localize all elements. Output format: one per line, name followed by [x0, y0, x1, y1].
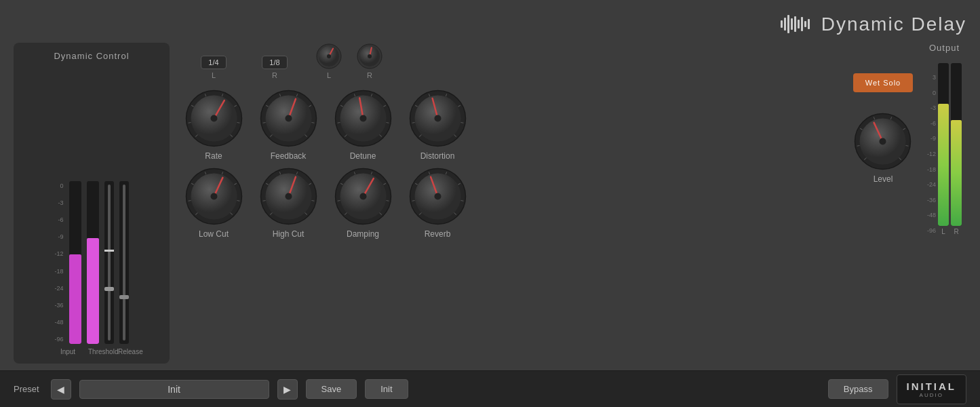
detune-knob[interactable]	[334, 90, 392, 147]
svg-line-103	[412, 200, 414, 201]
rate-knob-label: Rate	[205, 151, 222, 161]
svg-point-28	[210, 115, 217, 122]
bottom-bar: Preset ◀ ▶ Save Init Bypass INITIAL AUDI…	[0, 370, 980, 407]
mini-knobs-area: L	[315, 43, 383, 79]
feedback-knob-label: Feedback	[271, 151, 307, 161]
svg-point-16	[368, 54, 372, 58]
svg-rect-2	[787, 15, 789, 33]
timing-right-button[interactable]: 1/8	[262, 56, 287, 69]
timing-left-button[interactable]: 1/4	[201, 56, 226, 69]
reverb-knob-label: Reverb	[425, 229, 451, 239]
threshold-handle	[104, 287, 114, 291]
next-preset-button[interactable]: ▶	[277, 379, 298, 400]
mini-knob-left[interactable]	[315, 43, 342, 70]
svg-line-84	[311, 200, 314, 201]
damping-knob-label: Damping	[347, 229, 379, 239]
svg-point-64	[434, 115, 441, 122]
brand-logo: INITIAL AUDIO	[897, 374, 967, 404]
output-content: Wet Solo	[849, 63, 962, 235]
svg-line-43	[337, 122, 340, 123]
plugin-area: Dynamic Delay Dynamic Control 0 -3 -6 -9…	[0, 0, 980, 370]
timing-right-label: R	[272, 71, 277, 79]
output-meters: 3 0 -3 -6 -9 -12 -18 -24 -36 -48 -96	[927, 63, 962, 235]
highcut-knob-label: High Cut	[273, 229, 305, 239]
timing-mini-row: 1/4 L 1/8 R	[180, 43, 834, 79]
brand-name: INITIAL	[907, 381, 957, 392]
svg-point-100	[359, 193, 366, 200]
output-left-label: L	[941, 228, 945, 235]
output-meter-right-group: R	[951, 63, 962, 235]
output-meter-right	[951, 63, 962, 226]
output-title: Output	[929, 43, 966, 53]
header-row: Dynamic Delay	[14, 12, 966, 36]
detune-knob-group: Detune	[329, 90, 397, 161]
damping-knob-group: Damping	[329, 168, 397, 239]
svg-line-36	[311, 122, 314, 123]
title-text: Dynamic Delay	[821, 14, 966, 35]
knobs-row-1: Rate	[180, 90, 834, 161]
distortion-knob[interactable]	[409, 90, 467, 147]
bypass-button[interactable]: Bypass	[828, 379, 888, 399]
svg-line-108	[460, 200, 463, 201]
preset-name-input[interactable]	[79, 380, 269, 399]
save-button[interactable]: Save	[306, 379, 357, 399]
lowcut-knob-label: Low Cut	[199, 229, 229, 239]
dynamic-control-panel: Dynamic Control 0 -3 -6 -9 -12 -18 -24 -…	[14, 43, 170, 364]
reverb-knob-group: Reverb	[404, 168, 471, 239]
output-meter-left-fill	[938, 104, 949, 226]
svg-line-31	[262, 122, 265, 123]
release-slider[interactable]	[119, 181, 129, 344]
svg-rect-0	[781, 20, 783, 28]
feedback-knob[interactable]	[260, 90, 317, 147]
svg-line-55	[412, 122, 414, 123]
svg-point-40	[285, 115, 292, 122]
damping-knob[interactable]	[334, 168, 392, 225]
brand-sub: AUDIO	[920, 392, 943, 398]
svg-rect-6	[801, 17, 803, 31]
svg-line-79	[262, 200, 265, 201]
prev-preset-button[interactable]: ◀	[51, 379, 71, 400]
svg-point-88	[285, 193, 292, 200]
release-track	[123, 185, 125, 341]
svg-point-12	[327, 54, 331, 58]
svg-rect-3	[791, 18, 793, 30]
init-button[interactable]: Init	[365, 379, 408, 399]
svg-point-76	[210, 193, 217, 200]
output-scale: 3 0 -3 -6 -9 -12 -18 -24 -36 -48 -96	[927, 73, 936, 235]
feedback-knob-group: Feedback	[254, 90, 322, 161]
controls-area: 1/4 L 1/8 R	[180, 43, 834, 364]
output-header: Output	[844, 43, 966, 53]
mini-knob-right[interactable]	[356, 43, 383, 70]
mini-knob-right-label: R	[367, 71, 372, 79]
svg-line-115	[857, 145, 860, 146]
svg-line-120	[906, 145, 909, 146]
svg-line-67	[188, 200, 191, 201]
release-handle	[119, 295, 129, 299]
svg-point-112	[434, 193, 441, 200]
level-knob-group: Level	[849, 113, 917, 184]
lowcut-knob[interactable]	[185, 168, 243, 225]
svg-rect-7	[804, 21, 806, 27]
wet-solo-area: Wet Solo	[853, 73, 913, 92]
highcut-knob[interactable]	[260, 168, 317, 225]
level-knob[interactable]	[854, 113, 912, 170]
svg-line-72	[237, 200, 239, 201]
lowcut-knob-group: Low Cut	[180, 168, 248, 239]
rate-knob-group: Rate	[180, 90, 248, 161]
preset-label: Preset	[14, 384, 39, 394]
svg-rect-8	[808, 19, 810, 29]
right-panel: Output Wet Solo	[844, 43, 966, 364]
input-meter-1-fill	[69, 254, 81, 344]
release-label: Release	[118, 348, 128, 355]
output-meter-left-group: L	[938, 63, 949, 235]
mini-knob-left-label: L	[327, 71, 331, 79]
output-meter-right-fill	[951, 120, 962, 226]
svg-point-52	[359, 115, 366, 122]
threshold-slider[interactable]	[104, 181, 114, 344]
svg-line-91	[337, 200, 340, 201]
reverb-knob[interactable]	[409, 168, 467, 225]
rate-knob[interactable]	[185, 90, 243, 147]
svg-rect-5	[798, 20, 800, 28]
svg-line-24	[237, 122, 239, 123]
wet-solo-button[interactable]: Wet Solo	[853, 73, 913, 92]
